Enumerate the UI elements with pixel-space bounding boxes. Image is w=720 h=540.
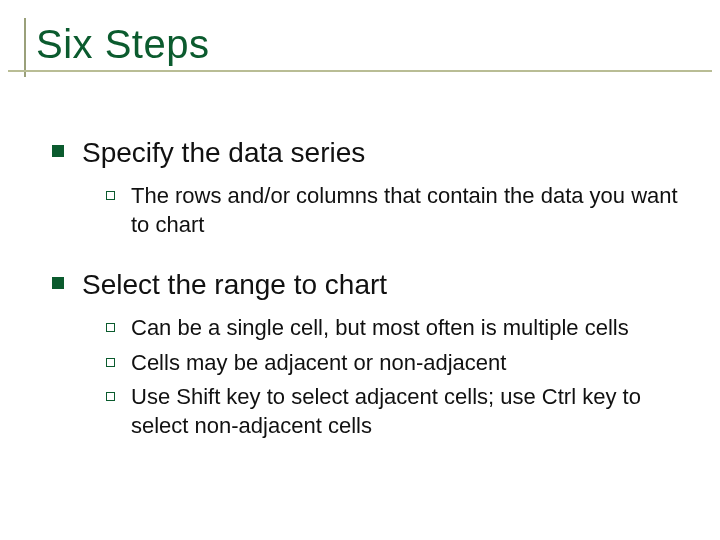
list-item-label: Can be a single cell, but most often is … <box>131 314 629 343</box>
bullet-square-icon <box>52 277 64 289</box>
list-item: Use Shift key to select adjacent cells; … <box>106 383 686 440</box>
list-item-label: Specify the data series <box>82 135 365 170</box>
list-item-label: Use Shift key to select adjacent cells; … <box>131 383 686 440</box>
slide-title: Six Steps <box>36 22 696 67</box>
list-item: Specify the data series <box>52 135 686 170</box>
list-item: Can be a single cell, but most often is … <box>106 314 686 343</box>
title-underline <box>8 70 712 72</box>
bullet-outline-square-icon <box>106 392 115 401</box>
slide-body: Specify the data series The rows and/or … <box>24 85 696 441</box>
list-item-label: The rows and/or columns that contain the… <box>131 182 686 239</box>
list-item: Cells may be adjacent or non-adjacent <box>106 349 686 378</box>
bullet-square-icon <box>52 145 64 157</box>
sublist: The rows and/or columns that contain the… <box>52 182 686 239</box>
bullet-outline-square-icon <box>106 323 115 332</box>
list-item: Select the range to chart <box>52 267 686 302</box>
list-item-label: Select the range to chart <box>82 267 387 302</box>
bullet-outline-square-icon <box>106 358 115 367</box>
sublist: Can be a single cell, but most often is … <box>52 314 686 440</box>
list-item: The rows and/or columns that contain the… <box>106 182 686 239</box>
title-block: Six Steps <box>24 18 696 77</box>
bullet-outline-square-icon <box>106 191 115 200</box>
list-item-label: Cells may be adjacent or non-adjacent <box>131 349 506 378</box>
